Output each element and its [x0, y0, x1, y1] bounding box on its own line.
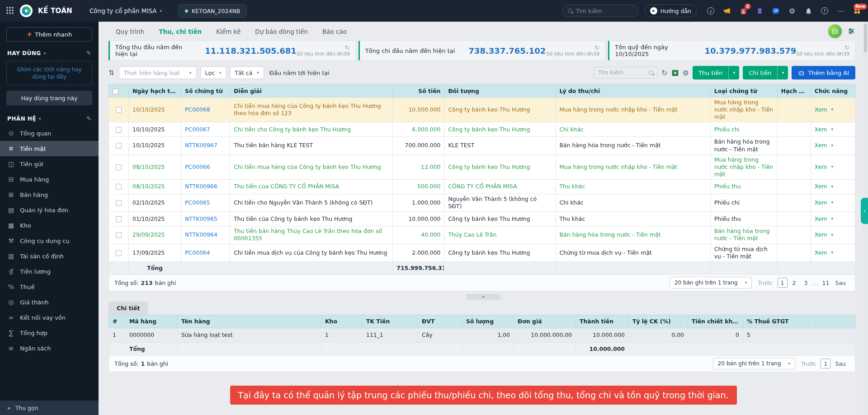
- grid-search-input[interactable]: [598, 70, 646, 76]
- detail-column-header[interactable]: Đơn giá: [514, 315, 576, 328]
- detail-prev-button[interactable]: Trước: [801, 360, 816, 367]
- edit-icon[interactable]: ✎: [86, 115, 91, 122]
- right-panel-toggle[interactable]: ‹: [861, 198, 868, 224]
- more-icon[interactable]: ⋯: [836, 6, 845, 15]
- chat-icon[interactable]: [771, 6, 780, 15]
- chevron-down-icon[interactable]: ▾: [728, 66, 739, 79]
- scrollbar-thumb[interactable]: [864, 23, 867, 52]
- detail-column-header[interactable]: Tiền chiết khấu: [688, 315, 743, 328]
- row-checkbox[interactable]: [116, 143, 122, 149]
- grid-page-11[interactable]: 11: [821, 278, 830, 288]
- column-header[interactable]: Số chứng từ: [181, 84, 230, 98]
- view-button[interactable]: Xem▾: [815, 249, 833, 256]
- add-with-ai-button[interactable]: Thêm bằng AI: [792, 66, 855, 79]
- detail-page-size-select[interactable]: 20 bản ghi trên 1 trang ▾: [713, 358, 795, 369]
- grid-next-button[interactable]: Sau: [835, 280, 846, 286]
- document-link[interactable]: NTTK00964: [185, 231, 217, 238]
- sidebar-item-tax[interactable]: % Thuế: [0, 279, 99, 294]
- batch-action-select[interactable]: Thực hiện hàng loạt ▾: [119, 66, 197, 79]
- view-button[interactable]: Xem▾: [815, 231, 833, 238]
- gear-icon[interactable]: ⚙: [788, 6, 797, 15]
- detail-column-header[interactable]: TK Tiền: [363, 315, 418, 328]
- sidebar-item-general[interactable]: ∑ Tổng hợp: [0, 325, 99, 340]
- grid-search[interactable]: [594, 67, 658, 79]
- grid-prev-button[interactable]: Trước: [758, 280, 773, 286]
- detail-column-header[interactable]: Tên hàng: [178, 315, 321, 328]
- guide-button[interactable]: ▶ Hướng dẫn: [644, 5, 697, 17]
- detail-column-header[interactable]: Tỷ lệ CK (%): [629, 315, 688, 328]
- sidebar-item-warehouse[interactable]: ▦ Kho: [0, 218, 99, 233]
- view-button[interactable]: Xem▾: [815, 142, 833, 149]
- detail-column-header[interactable]: #: [109, 315, 126, 328]
- apps-new-icon[interactable]: New: [853, 6, 862, 15]
- detail-column-header[interactable]: Kho: [321, 315, 363, 328]
- detail-column-header[interactable]: Số lượng: [462, 315, 514, 328]
- sidebar-item-payroll[interactable]: ₫ Tiền lương: [0, 264, 99, 279]
- refresh-icon[interactable]: ↻: [594, 45, 599, 51]
- table-row[interactable]: 29/09/2025 NTTK00964 Thu tiền bán hàng T…: [109, 226, 855, 244]
- grid-page-3[interactable]: 3: [801, 278, 811, 288]
- document-link[interactable]: NTTK00966: [185, 183, 217, 190]
- table-row[interactable]: 10/10/2025 PC00067 Chi tiền cho Công ty …: [109, 122, 855, 137]
- row-checkbox[interactable]: [116, 232, 122, 238]
- row-checkbox[interactable]: [116, 184, 122, 190]
- sidebar-item-tools[interactable]: ⚒ Công cụ dụng cụ: [0, 233, 99, 248]
- table-row[interactable]: 08/10/2025 PC00066 Chi tiền mua hàng của…: [109, 154, 855, 179]
- column-header[interactable]: Ngày hạch toán: [129, 84, 181, 98]
- detail-column-header[interactable]: Thành tiền: [576, 315, 629, 328]
- column-header[interactable]: Lý do thu/chi: [556, 84, 710, 98]
- sidebar-item-loan[interactable]: ∞ Kết nối vay vốn: [0, 310, 99, 325]
- workspace-tab[interactable]: KETOAN_2024NB: [178, 4, 247, 18]
- sidebar-collapse-button[interactable]: « Thu gọn: [0, 401, 99, 415]
- pay-money-button[interactable]: Chi tiền ▾: [743, 66, 788, 79]
- column-header[interactable]: Số tiền: [393, 84, 444, 98]
- medal-icon[interactable]: [755, 6, 764, 15]
- grid-page-1[interactable]: 1: [778, 278, 788, 288]
- sidebar-item-costing[interactable]: ◎ Giá thành: [0, 294, 99, 310]
- modules-header[interactable]: PHÂN HỆ ▾ ✎: [0, 110, 99, 126]
- document-link[interactable]: PC00068: [185, 106, 210, 113]
- excel-export-icon[interactable]: [671, 69, 679, 77]
- gift-icon[interactable]: 2: [739, 6, 748, 15]
- view-button[interactable]: Xem▾: [815, 199, 833, 206]
- refresh-icon[interactable]: ↻: [345, 45, 350, 51]
- grid-page-2[interactable]: 2: [789, 278, 799, 288]
- document-link[interactable]: NTTK00967: [185, 142, 217, 149]
- detail-next-button[interactable]: Sau: [835, 360, 846, 367]
- bell-icon[interactable]: [804, 6, 813, 15]
- view-button[interactable]: Xem▾: [815, 126, 833, 133]
- filter-button[interactable]: Lọc ▾: [200, 66, 226, 79]
- document-link[interactable]: NTTK00965: [185, 215, 217, 222]
- tab-du-bao-dong-tien[interactable]: Dự báo dòng tiền: [248, 23, 315, 40]
- column-header[interactable]: Diễn giải: [230, 84, 393, 98]
- megaphone-icon[interactable]: [722, 6, 731, 15]
- favorites-header[interactable]: HAY DÙNG ▾ ✎: [0, 44, 99, 60]
- page-size-select[interactable]: 20 bản ghi trên 1 trang ▾: [670, 277, 752, 289]
- quick-add-button[interactable]: + Thêm nhanh: [6, 27, 92, 42]
- sidebar-item-purchase[interactable]: ⊟ Mua hàng: [0, 172, 99, 187]
- tab-detail[interactable]: Chi tiết: [108, 302, 148, 315]
- sidebar-item-deposit[interactable]: ◫ Tiền gửi: [0, 156, 99, 172]
- detail-collapse-handle[interactable]: ▾: [466, 294, 500, 300]
- row-checkbox[interactable]: [116, 250, 122, 256]
- assistant-button[interactable]: [828, 24, 842, 38]
- document-link[interactable]: PC00065: [185, 199, 210, 206]
- detail-column-header[interactable]: Mã hàng: [126, 315, 178, 328]
- select-all-checkbox[interactable]: [113, 89, 118, 94]
- column-header[interactable]: Hạch toán: [777, 84, 811, 98]
- refresh-icon[interactable]: ↻: [844, 45, 849, 51]
- table-row[interactable]: 10/10/2025 PC00068 Chi tiền mua hàng của…: [109, 98, 855, 122]
- document-link[interactable]: PC00064: [185, 249, 210, 256]
- view-settings-icon[interactable]: [847, 27, 855, 35]
- sidebar-item-fixed-asset[interactable]: ▥ Tài sản cố định: [0, 248, 99, 264]
- row-checkbox[interactable]: [116, 164, 122, 170]
- sort-icon[interactable]: ⇅: [108, 69, 114, 77]
- detail-page-1[interactable]: 1: [821, 359, 830, 368]
- sidebar-item-cash[interactable]: ¤ Tiền mặt: [0, 141, 99, 156]
- document-link[interactable]: PC00066: [185, 163, 210, 170]
- tab-quy-trinh[interactable]: Quy trình: [108, 23, 151, 40]
- table-row[interactable]: 10/10/2025 NTTK00967 Thu tiền bán hàng K…: [109, 137, 855, 154]
- topbar-search[interactable]: [562, 5, 639, 17]
- row-checkbox[interactable]: [116, 127, 122, 133]
- apps-grid-icon[interactable]: [6, 7, 14, 15]
